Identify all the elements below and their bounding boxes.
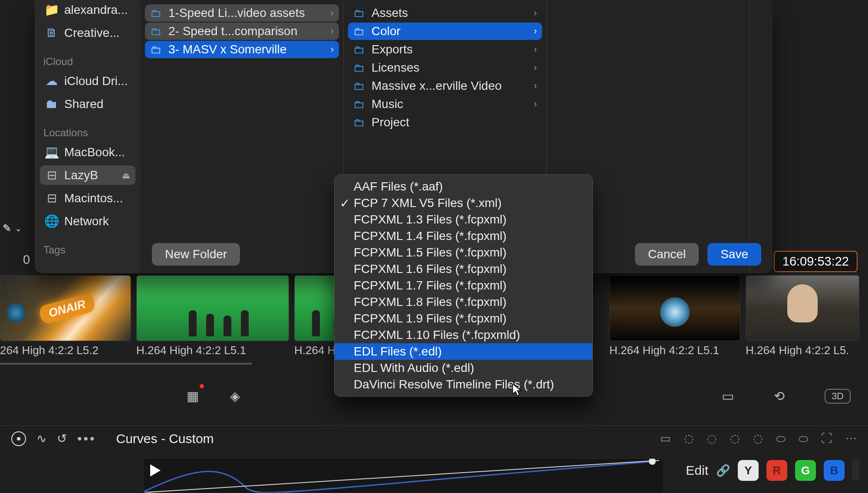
folder-label: Exports bbox=[372, 43, 413, 56]
folder-row[interactable]: 🗀 3- MASV x Somerville › bbox=[145, 41, 339, 58]
folder-label: 2- Speed t...comparison bbox=[168, 24, 297, 38]
format-option-fcpxml19[interactable]: FCPXML 1.9 Files (*.fcpxml) bbox=[335, 310, 592, 327]
format-option-fcpxml17[interactable]: FCPXML 1.7 Files (*.fcpxml) bbox=[335, 277, 592, 294]
color-picker-dropdown[interactable]: ✎ ⌄ bbox=[3, 221, 26, 235]
timecode-display[interactable]: 16:09:53:22 bbox=[774, 251, 858, 272]
format-option-fcp7xml[interactable]: FCP 7 XML V5 Files (*.xml) bbox=[335, 195, 592, 211]
clip-codec-label: H.264 High 4:2:2 L5.1 bbox=[136, 344, 289, 357]
dotted-circle-icon[interactable]: ◌ bbox=[753, 432, 763, 445]
timecode-partial: 0 bbox=[23, 253, 30, 267]
channel-b-button[interactable]: B bbox=[824, 460, 845, 481]
edit-label: Edit bbox=[686, 463, 708, 478]
folder-row[interactable]: 🗀 Licenses › bbox=[348, 59, 542, 76]
sidebar-item-document[interactable]: 🗎 Creative... bbox=[40, 23, 135, 43]
droplet-icon[interactable]: ⬭ bbox=[799, 432, 808, 445]
sidebar-item-macintosh[interactable]: ⊟ Macintos... bbox=[40, 188, 135, 208]
eject-icon[interactable]: ⏏ bbox=[122, 170, 130, 181]
folder-row[interactable]: 🗀 Project bbox=[348, 114, 542, 131]
link-icon[interactable]: 🔗 bbox=[716, 464, 730, 477]
clip-thumbnail[interactable]: H.264 High 4:2:2 L5.1 bbox=[136, 275, 289, 358]
dotted-circle-icon[interactable]: ◌ bbox=[684, 432, 694, 445]
color-warper-icon[interactable]: ◈ bbox=[230, 388, 240, 404]
format-option-drt[interactable]: DaVinci Resolve Timeline Files (*.drt) bbox=[335, 376, 592, 393]
globe-icon: 🌐 bbox=[45, 214, 58, 228]
new-folder-button[interactable]: New Folder bbox=[152, 243, 240, 266]
clip-thumbnail[interactable]: H.264 High 4:2:2 L5.1 bbox=[609, 275, 740, 358]
folder-icon: 🗀 bbox=[353, 116, 365, 129]
chevron-right-icon: › bbox=[331, 44, 334, 55]
format-option-fcpxml14[interactable]: FCPXML 1.4 Files (*.fcpxml) bbox=[335, 228, 592, 244]
folder-icon: 🗀 bbox=[353, 98, 365, 111]
save-button[interactable]: Save bbox=[707, 243, 761, 266]
cloud-icon: ☁︎ bbox=[45, 74, 58, 88]
reset-icon[interactable] bbox=[11, 431, 26, 446]
format-option-fcpxml110[interactable]: FCPXML 1.10 Files (*.fcpxmld) bbox=[335, 327, 592, 343]
crest-icon bbox=[660, 297, 690, 327]
folder-row[interactable]: 🗀 Exports › bbox=[348, 41, 542, 58]
folder-icon: 🗀 bbox=[353, 43, 365, 56]
clip-thumbnail[interactable]: ONAIR 264 High 4:2:2 L5.2 bbox=[0, 275, 131, 358]
format-option-fcpxml18[interactable]: FCPXML 1.8 Files (*.fcpxml) bbox=[335, 294, 592, 310]
folder-icon: 📁 bbox=[45, 3, 58, 17]
key-tool-icon[interactable]: ⟲ bbox=[774, 388, 785, 404]
folder-label: 1-Speed Li...video assets bbox=[168, 6, 305, 20]
sidebar-item-shared[interactable]: 🖿 Shared bbox=[40, 94, 135, 114]
chevron-right-icon: › bbox=[534, 80, 537, 92]
curves-graph[interactable] bbox=[143, 458, 664, 493]
node-tool-row: ▦ ◈ bbox=[187, 388, 240, 404]
sidebar-item-label: Creative... bbox=[64, 26, 120, 40]
rect-icon[interactable]: ▭ bbox=[660, 432, 671, 445]
droplet-icon[interactable]: ⬭ bbox=[776, 432, 786, 445]
curves-panel-header: ∿ ↺ ••• Curves - Custom ▭ ◌ ◌ ◌ ◌ ⬭ ⬭ ⛶ … bbox=[0, 425, 868, 451]
waveform-icon[interactable]: ∿ bbox=[36, 431, 46, 446]
sidebar-item-lazyb[interactable]: ⊟ LazyB ⏏ bbox=[40, 165, 135, 185]
laptop-icon: 💻 bbox=[45, 145, 58, 159]
sidebar-item-label: Shared bbox=[64, 97, 103, 111]
sidebar-item-label: MacBook... bbox=[64, 145, 125, 159]
curves-tool-icon[interactable]: ▦ bbox=[187, 388, 199, 404]
folder-row[interactable]: 🗀 1-Speed Li...video assets › bbox=[145, 4, 339, 22]
more-icon[interactable]: ••• bbox=[77, 431, 96, 446]
disk-icon: ⊟ bbox=[45, 168, 58, 182]
channel-g-button[interactable]: G bbox=[795, 460, 816, 481]
sidebar-item-folder[interactable]: 📁 alexandra... bbox=[40, 0, 135, 20]
clip-progress-track[interactable] bbox=[0, 363, 252, 365]
clip-thumbnail[interactable]: H.264 High 4:2:2 L5. bbox=[746, 275, 859, 358]
chevron-right-icon: › bbox=[534, 26, 537, 37]
expand-icon[interactable]: ⛶ bbox=[821, 432, 832, 445]
sidebar-item-icloud-drive[interactable]: ☁︎ iCloud Dri... bbox=[40, 71, 135, 91]
sidebar-section-locations: Locations bbox=[40, 127, 135, 139]
format-option-fcpxml15[interactable]: FCPXML 1.5 Files (*.fcpxml) bbox=[335, 244, 592, 261]
dotted-circle-icon[interactable]: ◌ bbox=[707, 432, 717, 445]
sidebar-item-label: Macintos... bbox=[64, 191, 123, 205]
format-option-fcpxml13[interactable]: FCPXML 1.3 Files (*.fcpxml) bbox=[335, 211, 592, 228]
format-option-edl[interactable]: EDL Files (*.edl) bbox=[335, 343, 592, 360]
dotted-circle-icon[interactable]: ◌ bbox=[730, 432, 740, 445]
sidebar-section-icloud: iCloud bbox=[40, 56, 135, 68]
folder-row[interactable]: 🗀 Color › bbox=[348, 23, 542, 40]
channel-y-button[interactable]: Y bbox=[738, 460, 759, 481]
folder-label: Assets bbox=[372, 6, 408, 20]
folder-row[interactable]: 🗀 Music › bbox=[348, 95, 542, 113]
onair-badge: ONAIR bbox=[38, 293, 96, 325]
folder-row[interactable]: 🗀 2- Speed t...comparison › bbox=[145, 23, 339, 40]
more-icon[interactable]: ⋯ bbox=[845, 432, 857, 445]
channel-r-button[interactable]: R bbox=[766, 460, 787, 481]
finder-column-1: 🗀 1-Speed Li...video assets › 🗀 2- Speed… bbox=[141, 0, 344, 273]
undo-icon[interactable]: ↺ bbox=[57, 431, 67, 446]
cancel-button[interactable]: Cancel bbox=[635, 243, 699, 266]
format-option-edl-audio[interactable]: EDL With Audio (*.edl) bbox=[335, 360, 592, 376]
eyedropper-icon: ✎ bbox=[3, 222, 11, 234]
sidebar-item-network[interactable]: 🌐 Network bbox=[40, 211, 135, 231]
format-option-fcpxml16[interactable]: FCPXML 1.6 Files (*.fcpxml) bbox=[335, 261, 592, 277]
sidebar-item-macbook[interactable]: 💻 MacBook... bbox=[40, 142, 135, 162]
finder-sidebar: 📁 alexandra... 🗎 Creative... iCloud ☁︎ i… bbox=[35, 0, 141, 273]
channel-overflow bbox=[852, 460, 859, 481]
blur-tool-icon[interactable]: ▭ bbox=[722, 388, 734, 404]
svg-point-0 bbox=[649, 459, 656, 465]
play-icon[interactable] bbox=[150, 464, 161, 477]
format-option-aaf[interactable]: AAF Files (*.aaf) bbox=[335, 178, 592, 195]
3d-tool-icon[interactable]: 3D bbox=[825, 389, 851, 404]
folder-row[interactable]: 🗀 Massive x...erville Video › bbox=[348, 77, 542, 95]
folder-row[interactable]: 🗀 Assets › bbox=[348, 4, 542, 22]
